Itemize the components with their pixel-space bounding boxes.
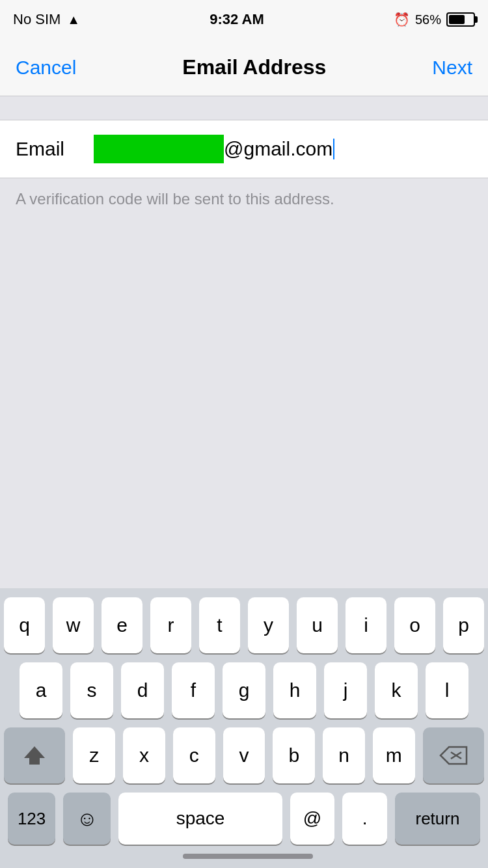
email-suffix: @gmail.com <box>224 138 332 160</box>
key-v[interactable]: v <box>223 727 265 783</box>
keyboard-row-2: a s d f g h j k l <box>4 662 484 718</box>
key-u[interactable]: u <box>297 597 338 653</box>
delete-key[interactable] <box>423 727 484 783</box>
key-z[interactable]: z <box>73 727 115 783</box>
email-section: Email @gmail.com <box>0 120 488 178</box>
keyboard-row-1: q w e r t y u i o p <box>4 597 484 653</box>
key-r[interactable]: r <box>150 597 191 653</box>
keyboard: q w e r t y u i o p a s d f g h j k l z … <box>0 588 488 868</box>
key-q[interactable]: q <box>4 597 45 653</box>
email-highlighted-text <box>94 135 224 163</box>
key-d[interactable]: d <box>121 662 164 718</box>
key-n[interactable]: n <box>323 727 365 783</box>
email-row: Email @gmail.com <box>0 120 488 178</box>
svg-marker-0 <box>24 746 45 765</box>
key-f[interactable]: f <box>172 662 215 718</box>
at-key[interactable]: @ <box>290 793 335 845</box>
key-p[interactable]: p <box>443 597 484 653</box>
text-cursor <box>333 139 334 159</box>
space-key[interactable]: space <box>118 793 282 845</box>
key-x[interactable]: x <box>123 727 165 783</box>
battery-fill <box>449 15 465 24</box>
key-g[interactable]: g <box>223 662 265 718</box>
carrier-label: No SIM <box>13 11 61 28</box>
key-i[interactable]: i <box>346 597 386 653</box>
key-t[interactable]: t <box>199 597 240 653</box>
hint-section: A verification code will be sent to this… <box>0 178 488 220</box>
battery-icon <box>446 12 475 27</box>
delete-icon <box>439 746 468 765</box>
key-e[interactable]: e <box>102 597 142 653</box>
return-key[interactable]: return <box>395 793 480 845</box>
emoji-key[interactable]: ☺ <box>63 793 111 845</box>
cancel-button[interactable]: Cancel <box>16 57 76 79</box>
shift-key[interactable] <box>4 727 65 783</box>
section-divider <box>0 96 488 120</box>
num-key[interactable]: 123 <box>8 793 55 845</box>
next-button[interactable]: Next <box>432 57 472 79</box>
keyboard-row-4: 123 ☺ space @ . return <box>4 793 484 845</box>
empty-content-area <box>0 220 488 532</box>
key-b[interactable]: b <box>273 727 315 783</box>
page-title: Email Address <box>182 55 326 79</box>
status-right: ⏰ 56% <box>394 12 475 27</box>
key-m[interactable]: m <box>373 727 415 783</box>
key-w[interactable]: w <box>53 597 94 653</box>
key-a[interactable]: a <box>20 662 62 718</box>
home-indicator <box>183 854 313 859</box>
key-h[interactable]: h <box>273 662 316 718</box>
status-bar: No SIM ▲ 9:32 AM ⏰ 56% <box>0 0 488 39</box>
key-o[interactable]: o <box>394 597 435 653</box>
key-k[interactable]: k <box>375 662 418 718</box>
shift-icon <box>23 744 46 767</box>
battery-percentage: 56% <box>415 12 441 27</box>
dot-key[interactable]: . <box>342 793 387 845</box>
key-l[interactable]: l <box>426 662 468 718</box>
email-input-area[interactable]: @gmail.com <box>94 135 472 163</box>
keyboard-bottom-bar <box>4 845 488 868</box>
wifi-icon: ▲ <box>67 12 80 27</box>
nav-bar: Cancel Email Address Next <box>0 39 488 96</box>
status-left: No SIM ▲ <box>13 11 80 28</box>
key-s[interactable]: s <box>70 662 113 718</box>
key-j[interactable]: j <box>324 662 367 718</box>
status-time: 9:32 AM <box>210 11 264 28</box>
email-label: Email <box>16 138 81 160</box>
alarm-icon: ⏰ <box>394 12 410 27</box>
keyboard-row-3: z x c v b n m <box>4 727 484 783</box>
hint-text: A verification code will be sent to this… <box>16 190 334 208</box>
key-y[interactable]: y <box>248 597 289 653</box>
key-c[interactable]: c <box>173 727 215 783</box>
